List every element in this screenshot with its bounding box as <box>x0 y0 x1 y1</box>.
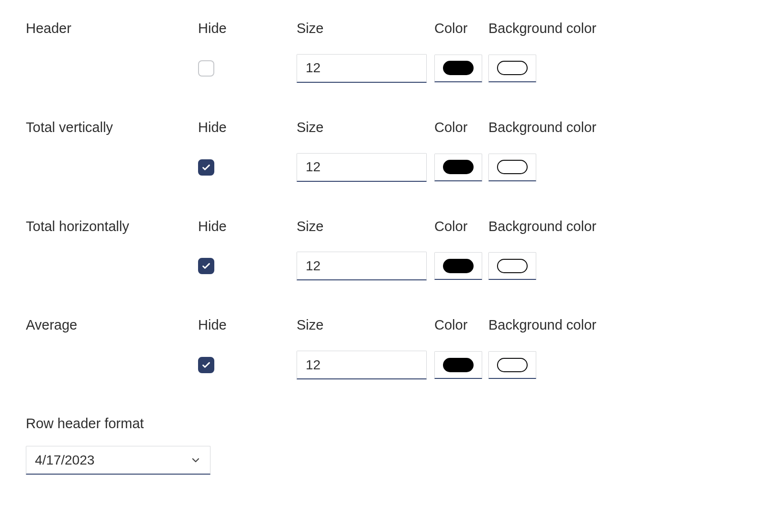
color-picker-0-pill <box>443 61 474 75</box>
row-header-format-block: Row header format4/17/2023 <box>26 416 737 475</box>
hide-checkbox-0[interactable] <box>198 60 214 77</box>
settings-row: Total horizontallyHideSizeColorBackgroun… <box>26 218 737 281</box>
row-name-label: Average <box>26 317 198 333</box>
bgcolor-label: Background color <box>488 317 612 333</box>
size-label: Size <box>297 20 434 37</box>
bgcolor-label: Background color <box>488 218 612 235</box>
check-icon <box>201 162 211 173</box>
hide-label: Hide <box>198 218 297 235</box>
row-name-label: Total horizontally <box>26 218 198 235</box>
color-label: Color <box>434 20 488 37</box>
settings-row: Total verticallyHideSizeColorBackground … <box>26 119 737 182</box>
size-input[interactable] <box>297 351 427 378</box>
size-label: Size <box>297 119 434 136</box>
bgcolor-picker-3[interactable] <box>488 351 536 379</box>
hide-checkbox-1[interactable] <box>198 159 214 176</box>
color-picker-0[interactable] <box>434 55 482 82</box>
hide-label: Hide <box>198 119 297 136</box>
row-header-format-label: Row header format <box>26 416 737 432</box>
size-field: px <box>297 153 427 182</box>
hide-label: Hide <box>198 317 297 333</box>
size-field: px <box>297 252 427 280</box>
check-icon <box>201 360 211 370</box>
hide-checkbox-2[interactable] <box>198 258 214 274</box>
bgcolor-picker-0-pill <box>497 61 528 75</box>
bgcolor-label: Background color <box>488 119 612 136</box>
bgcolor-picker-1-pill <box>497 160 528 174</box>
size-field: px <box>297 351 427 379</box>
settings-row: HeaderHideSizeColorBackground colorpx <box>26 20 737 83</box>
size-input[interactable] <box>297 154 427 181</box>
hide-label: Hide <box>198 20 297 37</box>
settings-row: AverageHideSizeColorBackground colorpx <box>26 317 737 379</box>
color-picker-1[interactable] <box>434 154 482 181</box>
color-picker-1-pill <box>443 160 474 174</box>
chevron-down-icon <box>190 454 201 466</box>
bgcolor-label: Background color <box>488 20 612 37</box>
size-input[interactable] <box>297 55 427 82</box>
color-label: Color <box>434 218 488 235</box>
bgcolor-picker-2[interactable] <box>488 252 536 280</box>
hide-checkbox-3[interactable] <box>198 357 214 373</box>
color-label: Color <box>434 119 488 136</box>
size-field: px <box>297 54 427 83</box>
row-name-label: Header <box>26 20 198 37</box>
check-icon <box>201 261 211 271</box>
color-picker-3[interactable] <box>434 351 482 379</box>
bgcolor-picker-0[interactable] <box>488 55 536 82</box>
bgcolor-picker-1[interactable] <box>488 154 536 181</box>
size-label: Size <box>297 317 434 333</box>
size-label: Size <box>297 218 434 235</box>
color-picker-2[interactable] <box>434 252 482 280</box>
color-picker-2-pill <box>443 259 474 273</box>
bgcolor-picker-3-pill <box>497 358 528 372</box>
size-input[interactable] <box>297 252 427 279</box>
row-header-format-value: 4/17/2023 <box>35 453 95 468</box>
color-picker-3-pill <box>443 358 474 372</box>
row-header-format-select[interactable]: 4/17/2023 <box>26 446 210 475</box>
bgcolor-picker-2-pill <box>497 259 528 273</box>
row-name-label: Total vertically <box>26 119 198 136</box>
color-label: Color <box>434 317 488 333</box>
